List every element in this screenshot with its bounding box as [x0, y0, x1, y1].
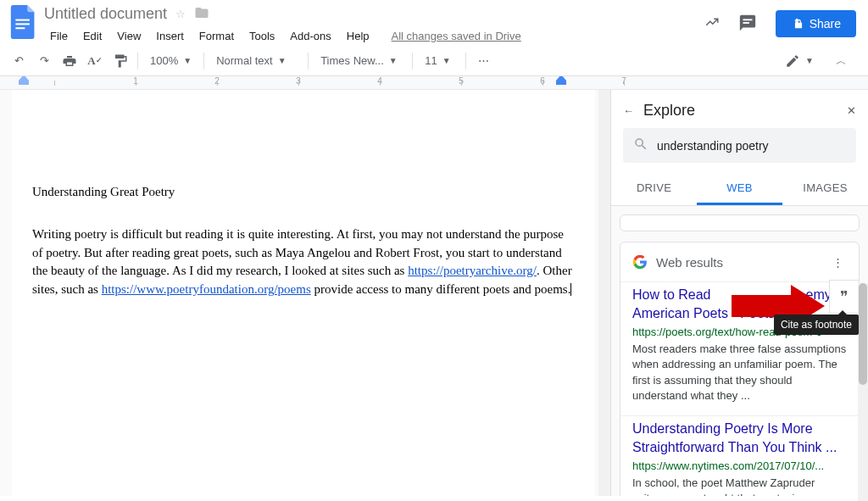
menu-file[interactable]: File	[44, 26, 74, 46]
explore-panel: ← Explore ✕ DRIVE WEB IMAGES Web results…	[610, 90, 868, 496]
cite-footnote-button[interactable]: ❞	[829, 280, 860, 314]
scrollbar-thumb[interactable]	[859, 283, 867, 385]
explore-scrollbar[interactable]	[858, 283, 868, 501]
cite-tooltip: Cite as footnote	[774, 315, 859, 335]
web-result: Understanding Poetry Is More Straightfor…	[620, 415, 859, 496]
explore-tabs: DRIVE WEB IMAGES	[611, 171, 868, 206]
document-area[interactable]: Understanding Great Poetry Writing poetr…	[0, 90, 610, 496]
collapse-toolbar-icon[interactable]: ︿	[829, 49, 853, 73]
svg-rect-4	[743, 22, 748, 24]
menu-help[interactable]: Help	[341, 26, 376, 46]
font-size-select[interactable]: 11▼	[418, 54, 460, 67]
menu-insert[interactable]: Insert	[150, 26, 190, 46]
tab-drive[interactable]: DRIVE	[611, 171, 697, 205]
google-icon	[632, 254, 648, 270]
explore-search	[623, 128, 856, 163]
menu-view[interactable]: View	[111, 26, 147, 46]
zoom-select[interactable]: 100%▼	[143, 54, 198, 67]
explore-search-input[interactable]	[657, 139, 846, 153]
style-select[interactable]: Normal text▼	[209, 54, 303, 67]
spellcheck-button[interactable]: A✓	[83, 49, 107, 73]
menu-format[interactable]: Format	[193, 26, 240, 46]
result-url: https://www.nytimes.com/2017/07/10/...	[632, 459, 847, 472]
tab-web[interactable]: WEB	[697, 171, 782, 205]
comments-icon[interactable]	[738, 14, 757, 35]
tab-images[interactable]: IMAGES	[782, 171, 868, 205]
result-snippet: Most readers make three false assumption…	[632, 342, 847, 404]
text-cursor	[570, 283, 571, 296]
explore-results: Web results ⋮ ❞ Cite as footnote How to …	[611, 206, 868, 496]
back-icon[interactable]: ←	[623, 104, 643, 117]
prev-card-peek	[620, 214, 860, 231]
save-status[interactable]: All changes saved in Drive	[386, 26, 527, 46]
menu-bar: File Edit View Insert Format Tools Add-o…	[44, 23, 704, 46]
paint-format-button[interactable]	[108, 49, 132, 73]
card-menu-icon[interactable]: ⋮	[829, 256, 847, 269]
doc-link-1[interactable]: https://poetryarchive.org/	[408, 264, 537, 277]
activity-icon[interactable]	[704, 14, 720, 34]
doc-link-2[interactable]: https://www.poetryfoundation.org/poems	[102, 282, 311, 296]
font-select[interactable]: Times New...▼	[314, 54, 407, 67]
toolbar: ↶ ↷ A✓ 100%▼ Normal text▼ Times New...▼ …	[0, 46, 868, 76]
explore-title: Explore	[643, 102, 836, 120]
share-button[interactable]: Share	[776, 10, 856, 37]
close-icon[interactable]: ✕	[836, 104, 856, 117]
more-button[interactable]: ⋯	[471, 49, 495, 73]
docs-logo[interactable]	[7, 5, 41, 39]
doc-heading[interactable]: Understanding Great Poetry	[32, 183, 575, 202]
folder-icon[interactable]	[194, 5, 209, 23]
page: Understanding Great Poetry Writing poetr…	[12, 90, 595, 496]
doc-scrollbar[interactable]	[598, 90, 610, 496]
doc-title[interactable]: Untitled document	[44, 5, 167, 23]
redo-button[interactable]: ↷	[32, 49, 56, 73]
star-icon[interactable]: ☆	[175, 8, 186, 20]
search-icon	[633, 136, 648, 154]
share-label: Share	[810, 17, 841, 31]
web-results-label: Web results	[656, 255, 821, 270]
svg-rect-0	[15, 19, 30, 21]
ruler[interactable]: 1 2 3 4 5 6 7	[0, 76, 868, 90]
undo-button[interactable]: ↶	[7, 49, 31, 73]
menu-edit[interactable]: Edit	[77, 26, 108, 46]
svg-rect-3	[743, 19, 752, 20]
menu-tools[interactable]: Tools	[243, 26, 281, 46]
svg-rect-1	[15, 23, 30, 25]
right-indent-marker[interactable]	[556, 76, 566, 86]
result-snippet: In school, the poet Matthew Zapruder wri…	[632, 476, 847, 496]
doc-paragraph[interactable]: Writing poetry is difficult but reading …	[32, 225, 575, 299]
svg-rect-2	[15, 27, 25, 29]
print-button[interactable]	[58, 49, 81, 73]
svg-marker-7	[556, 76, 566, 85]
editing-mode[interactable]: ▼	[778, 53, 821, 69]
web-results-card: Web results ⋮ ❞ Cite as footnote How to …	[620, 242, 860, 496]
result-title[interactable]: Understanding Poetry Is More Straightfor…	[632, 420, 847, 456]
menu-addons[interactable]: Add-ons	[284, 26, 337, 46]
